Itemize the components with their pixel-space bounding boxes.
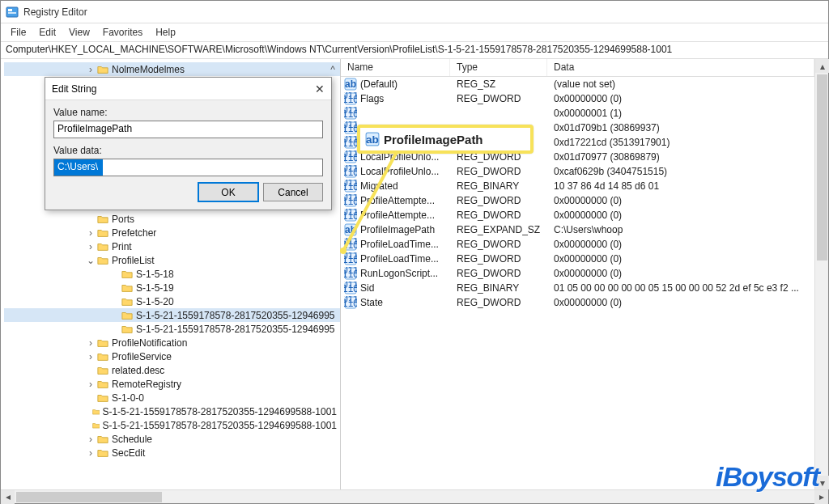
tree-item[interactable]: S-1-5-21-1559178578-2817520355-12946995 [4, 308, 340, 322]
column-headers: Name Type Data [341, 59, 814, 77]
bin-icon [344, 238, 357, 251]
value-type: REG_BINARY [457, 282, 554, 294]
folder-icon [121, 282, 134, 294]
tree-item[interactable]: ⌄ProfileList [4, 253, 340, 267]
value-data: 0x01d70977 (30869879) [554, 151, 814, 163]
value-data-input[interactable]: C:\Users\ [53, 159, 323, 176]
value-type: REG_DWORD [457, 253, 554, 265]
col-name-header[interactable]: Name [341, 59, 450, 76]
tree-item[interactable]: ›Schedule [4, 432, 340, 446]
value-row[interactable]: MigratedREG_BINARY10 37 86 4d 14 85 d6 0… [341, 179, 814, 193]
tree-item-label: S-1-5-21-1559178578-2817520355-129469958… [102, 406, 340, 417]
menu-view[interactable]: View [62, 25, 96, 40]
menu-help[interactable]: Help [149, 25, 182, 40]
tree-item[interactable]: ›Prefetcher [4, 226, 340, 239]
value-row[interactable]: 0x00000001 (1) [341, 106, 814, 121]
tree-item-label: S-1-5-19 [136, 282, 177, 294]
value-row[interactable]: LocalProfileUnlo...REG_DWORD0xcaf0629b (… [341, 164, 814, 179]
close-icon[interactable]: ✕ [300, 83, 325, 95]
bin-icon [344, 180, 357, 193]
tree-item[interactable]: ›ProfileNotification [4, 336, 340, 349]
scroll-right-icon[interactable]: ▸ [814, 490, 828, 504]
tree-item[interactable]: Ports [4, 212, 340, 226]
value-data: 0xcaf0629b (3404751515) [554, 166, 814, 177]
menu-file[interactable]: File [4, 25, 32, 40]
tree-item[interactable]: ›SecEdit [4, 446, 340, 460]
scrollbar-vertical[interactable]: ▴ ▾ [814, 59, 828, 489]
tree-item-label: S-1-5-20 [136, 296, 177, 307]
scroll-down-icon[interactable]: ▾ [815, 476, 829, 489]
value-name: Sid [360, 282, 457, 294]
value-name: ProfileAttempte... [360, 210, 457, 221]
menu-favorites[interactable]: Favorites [96, 25, 149, 40]
expander-icon[interactable]: › [85, 447, 96, 459]
bin-icon [344, 209, 357, 222]
value-row[interactable]: (Default)REG_SZ(value not set) [341, 77, 814, 91]
col-type-header[interactable]: Type [450, 59, 547, 76]
tree-item[interactable]: ›RemoteRegistry [4, 377, 340, 391]
scrollbar-horizontal[interactable]: ◂ ▸ [1, 489, 828, 503]
expander-icon[interactable]: › [85, 64, 96, 75]
value-name: RunLogonScript... [360, 268, 457, 279]
expander-icon[interactable]: › [85, 337, 96, 349]
tree-item-selected[interactable]: › NolmeModelmes ^ [4, 62, 340, 76]
bin-icon [344, 194, 357, 207]
expander-icon[interactable]: › [85, 379, 96, 390]
menu-edit[interactable]: Edit [32, 25, 62, 40]
value-row[interactable]: StateREG_DWORD0x00000000 (0) [341, 295, 814, 310]
tree-item-label: RemoteRegistry [112, 379, 185, 390]
tree-item-label: SecEdit [112, 447, 148, 459]
bin-icon [344, 136, 357, 149]
folder-icon [121, 296, 134, 307]
tree-item[interactable]: S-1-5-21-1559178578-2817520355-129469958… [4, 404, 340, 418]
tree-item[interactable]: S-1-5-21-1559178578-2817520355-12946995 [4, 322, 340, 336]
folder-icon [96, 379, 109, 390]
value-row[interactable]: ProfileImagePathREG_EXPAND_SZC:\Users\wh… [341, 222, 814, 237]
tree-item[interactable]: ›Print [4, 239, 340, 253]
value-name-label: Value name: [53, 107, 323, 118]
tree-item[interactable]: S-1-0-0 [4, 391, 340, 404]
scroll-left-icon[interactable]: ◂ [1, 490, 15, 504]
value-row[interactable]: SidREG_BINARY01 05 00 00 00 00 00 05 15 … [341, 281, 814, 295]
expander-icon[interactable]: ⌄ [85, 255, 96, 266]
value-row[interactable]: ProfileAttempte...REG_DWORD0x00000000 (0… [341, 208, 814, 222]
tree-item[interactable]: S-1-5-20 [4, 294, 340, 308]
bin-icon [344, 267, 357, 280]
value-type: REG_DWORD [457, 166, 554, 177]
value-row[interactable]: ProfileLoadTime...REG_DWORD0x00000000 (0… [341, 237, 814, 252]
col-data-header[interactable]: Data [547, 59, 814, 76]
dialog-titlebar[interactable]: Edit String ✕ [45, 78, 331, 100]
expander-icon[interactable]: › [85, 351, 96, 362]
scroll-thumb[interactable] [817, 74, 827, 260]
bin-icon [344, 121, 357, 134]
value-row[interactable]: RunLogonScript...REG_DWORD0x00000000 (0) [341, 266, 814, 281]
expander-icon[interactable]: › [85, 241, 96, 252]
tree-item[interactable]: S-1-5-18 [4, 267, 340, 281]
folder-icon [96, 214, 109, 225]
tree-item[interactable]: S-1-5-19 [4, 281, 340, 294]
tree-item[interactable]: ›ProfileService [4, 349, 340, 363]
value-data: 0x00000000 (0) [554, 253, 814, 265]
ok-button[interactable]: OK [198, 183, 258, 201]
tree-item-label: related.desc [112, 365, 168, 376]
tree-item[interactable]: related.desc [4, 363, 340, 377]
address-bar[interactable]: Computer\HKEY_LOCAL_MACHINE\SOFTWARE\Mic… [1, 41, 828, 59]
dialog-title: Edit String [52, 83, 96, 95]
tree-item[interactable]: S-1-5-21-1559178578-2817520355-129469958… [4, 418, 340, 432]
expander-icon[interactable]: › [85, 434, 96, 445]
menubar: File Edit View Favorites Help [1, 23, 828, 41]
value-row[interactable]: FlagsREG_DWORD0x00000000 (0) [341, 91, 814, 106]
scroll-thumb-h[interactable] [16, 492, 162, 502]
value-type: REG_EXPAND_SZ [457, 224, 554, 235]
value-name-input[interactable]: ProfileImagePath [53, 121, 323, 138]
tree-item-label: ProfileNotification [112, 337, 190, 349]
value-row[interactable]: ProfileAttempte...REG_DWORD0x00000000 (0… [341, 193, 814, 208]
expander-icon[interactable]: › [85, 227, 96, 239]
value-row[interactable]: ProfileLoadTime...REG_DWORD0x00000000 (0… [341, 252, 814, 266]
value-data: 0x00000000 (0) [554, 93, 814, 104]
value-data: (value not set) [554, 78, 814, 90]
folder-icon [96, 337, 109, 349]
tree-item-label: Ports [112, 214, 138, 225]
cancel-button[interactable]: Cancel [263, 183, 323, 201]
scroll-up-icon[interactable]: ▴ [815, 59, 829, 73]
